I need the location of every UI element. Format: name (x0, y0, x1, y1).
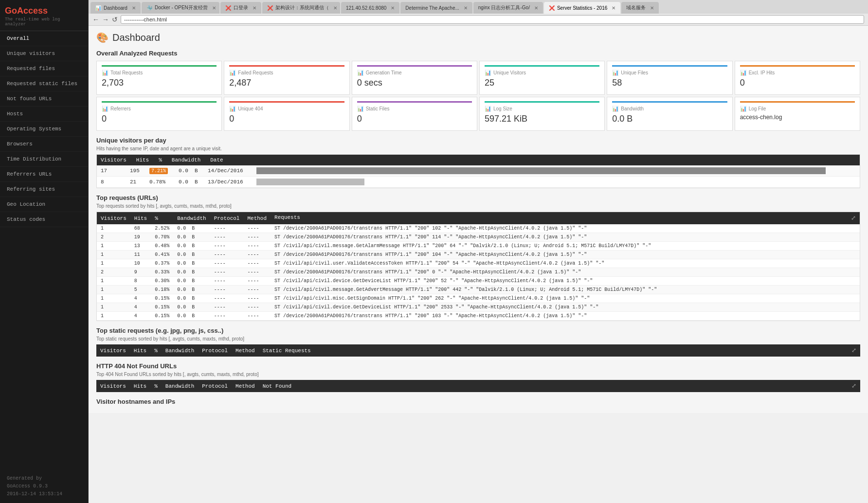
static-title: Top static requests (e.g. jpg, png, js, … (96, 327, 860, 334)
cell-request: ST /civil/api/civil.misc.GetSignDomain H… (271, 294, 860, 303)
cell-request: ST /civil/api/civil.device.GetDeviceList… (271, 303, 860, 312)
tab-icon: ❌ (549, 5, 555, 11)
cell-protocol: ---- (210, 268, 244, 277)
sidebar: GoAccess The real-time web log analyzer … (0, 0, 89, 503)
tab-close[interactable]: ✕ (333, 5, 337, 11)
tab-close[interactable]: ✕ (253, 5, 256, 11)
cell-request: ST /civil/api/civil.message.GetAlarmMess… (271, 242, 860, 251)
tab-icon: ❌ (267, 5, 273, 11)
col-hits: Hits (134, 348, 146, 354)
tab-close[interactable]: ✕ (132, 5, 136, 11)
cell-visitors: 1 (97, 286, 130, 294)
cell-visitors: 1 (97, 224, 130, 233)
cell-method: ---- (243, 286, 271, 294)
tab-domain[interactable]: 域名服务 ✕ (621, 2, 659, 14)
sidebar-item-not-found[interactable]: Not found URLs (0, 91, 88, 107)
sidebar-item-status[interactable]: Status codes (0, 212, 88, 227)
tab-apache[interactable]: Determine The Apache... ✕ (400, 2, 472, 14)
cell-hits: 13 (130, 242, 151, 251)
col-visitors: Visitors (100, 383, 126, 389)
tab-close[interactable]: ✕ (612, 5, 615, 11)
page-title: Dashboard (112, 32, 160, 43)
requests-table: Visitors Hits % Bandwidth Protocol Metho… (97, 212, 860, 321)
stat-value-static: 0 (357, 114, 472, 124)
cell-method: ---- (243, 233, 271, 242)
stat-value-excl: 0 (740, 78, 855, 88)
tab-server-stats[interactable]: ❌ Server Statistics - 2016 ✕ (544, 2, 620, 14)
sidebar-item-hosts[interactable]: Hosts (0, 107, 88, 122)
visitors-section: Unique visitors per day Hits having the … (96, 137, 860, 188)
stats-grid-row1: 📊 Total Requests 2,703 📊 Failed Requests… (96, 61, 860, 95)
sidebar-item-geo[interactable]: Geo Location (0, 197, 88, 212)
sidebar-item-referrers[interactable]: Referrers URLs (0, 167, 88, 182)
sidebar-item-os[interactable]: Operating Systems (0, 122, 88, 137)
expand-icon[interactable]: ⤢ (851, 382, 856, 390)
tab-icon: ❌ (225, 5, 231, 11)
notfound-table-header: Visitors Hits % Bandwidth Protocol Metho… (96, 380, 860, 392)
cell-request: ST /device/2G00A61PAD00176/transtrans HT… (271, 268, 860, 277)
sidebar-item-referring[interactable]: Referring sites (0, 182, 88, 197)
stat-value-logfile: access-chen.log (740, 114, 855, 121)
sidebar-item-browsers[interactable]: Browsers (0, 137, 88, 152)
sidebar-item-overall[interactable]: Overall (0, 31, 88, 46)
stat-log-size: 📊 Log Size 597.21 KiB (479, 97, 605, 131)
col-static-requests: Static Requests (263, 348, 311, 354)
address-input[interactable] (121, 15, 864, 24)
visitors-row-1: 17 195 7.21% 0.0 B 14/Dec/2016 (97, 165, 860, 177)
cell-method: ---- (243, 294, 271, 303)
tab-dashboard[interactable]: 📊 Dashboard ✕ (90, 2, 141, 14)
stat-log-file: 📊 Log File access-chen.log (735, 97, 860, 131)
pct-col: 7.21% (149, 168, 179, 174)
stat-value-visitors: 25 (485, 78, 599, 88)
stat-bar-r6 (740, 101, 855, 103)
col-protocol: Protocol (202, 348, 228, 354)
tab-close[interactable]: ✕ (534, 5, 538, 11)
stat-label-logfile: Log File (749, 106, 766, 111)
tab-close[interactable]: ✕ (464, 5, 468, 11)
sidebar-item-requested-static[interactable]: Requested static files (0, 76, 88, 91)
stat-generation-time: 📊 Generation Time 0 secs (352, 61, 477, 95)
col-method: Method (235, 348, 255, 354)
cell-hits: 19 (130, 233, 151, 242)
stat-bar-blue (612, 65, 727, 67)
stat-icon-logsize: 📊 (485, 106, 491, 112)
tab-docker[interactable]: 🐳 Docker - OPEN开发经营 ✕ (142, 2, 219, 14)
tab-nginx[interactable]: nginx 日志分析工具-Go/ ✕ (473, 2, 543, 14)
requests-subtitle: Top requests sorted by hits [, avgts, cu… (96, 203, 860, 209)
tab-ip[interactable]: 121.40.52.61:8080 ✕ (341, 2, 399, 14)
expand-icon[interactable]: ⤢ (851, 347, 856, 354)
cell-pct: 0.33% (151, 268, 173, 277)
cell-visitors: 1 (97, 303, 130, 312)
forward-button[interactable]: → (102, 16, 109, 23)
sidebar-item-time-distribution[interactable]: Time Distribution (0, 152, 88, 167)
back-button[interactable]: ← (92, 16, 99, 23)
tab-close[interactable]: ✕ (391, 5, 395, 11)
cell-hits: 4 (130, 312, 151, 321)
tab-icon: 🐳 (146, 5, 152, 11)
stat-label-404: Unique 404 (238, 106, 263, 111)
stat-referrers: 📊 Referrers 0 (96, 97, 222, 131)
pct-col: 0.78% (149, 179, 179, 185)
table-row: 1 11 0.41% 0.0 B ---- ---- ST /device/2G… (97, 251, 860, 259)
expand-icon[interactable]: ⤢ (851, 215, 856, 222)
tab-close[interactable]: ✕ (212, 5, 216, 11)
tab-close[interactable]: ✕ (650, 5, 654, 11)
cell-protocol: ---- (210, 242, 244, 251)
stat-total-requests: 📊 Total Requests 2,703 (96, 61, 222, 95)
tab-login[interactable]: ❌ 口登录 ✕ (220, 2, 261, 14)
cell-protocol: ---- (210, 286, 244, 294)
dashboard: 🎨 Dashboard Overall Analyzed Requests 📊 … (89, 26, 868, 413)
stat-excl-ip: 📊 Excl. IP Hits 0 (735, 61, 860, 95)
sidebar-item-requested-files[interactable]: Requested files (0, 61, 88, 76)
sidebar-item-unique-visitors[interactable]: Unique visitors (0, 46, 88, 61)
reload-button[interactable]: ↺ (112, 16, 118, 23)
cell-protocol: ---- (210, 277, 244, 286)
tab-arch[interactable]: ❌ 架构设计：系统间通信（ ✕ (262, 2, 340, 14)
cell-request: ST /device/2G00A61PAD00176/transtrans HT… (271, 312, 860, 321)
tab-label: 架构设计：系统间通信（ (275, 4, 329, 11)
col-pct: % (154, 348, 158, 354)
stat-label-bw: Bandwidth (621, 106, 644, 111)
requests-section: Top requests (URLs) Top requests sorted … (96, 194, 860, 321)
tab-label: Determine The Apache... (405, 5, 459, 11)
table-row: 1 10 0.37% 0.0 B ---- ---- ST /civil/api… (97, 259, 860, 268)
